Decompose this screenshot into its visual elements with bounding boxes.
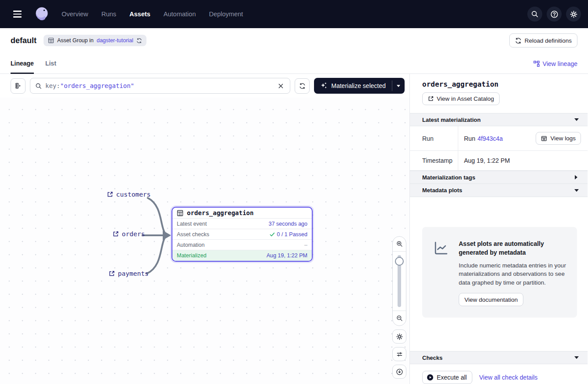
node-row-materialized: Materialized Aug 19, 1:22 PM bbox=[172, 250, 312, 261]
node-row-label: Automation bbox=[177, 242, 205, 248]
chart-line-icon bbox=[433, 240, 449, 306]
upstream-asset-payments[interactable]: payments bbox=[109, 270, 149, 277]
play-circle-icon bbox=[427, 374, 434, 381]
asset-search-input[interactable]: key:"orders_aggregation" bbox=[30, 78, 290, 94]
node-row-value: Aug 19, 1:22 PM bbox=[267, 252, 307, 259]
node-row-automation: Automation – bbox=[172, 240, 312, 250]
caret-down-icon bbox=[397, 85, 400, 89]
lineage-canvas[interactable]: customers orders payments bbox=[0, 98, 409, 384]
section-checks[interactable]: Checks bbox=[410, 351, 588, 364]
search-input-icon bbox=[35, 83, 42, 89]
page-title: default bbox=[11, 36, 37, 45]
tabs-row: Lineage List View lineage bbox=[0, 53, 588, 74]
zoom-slider[interactable] bbox=[393, 252, 406, 311]
gear-icon[interactable] bbox=[566, 7, 581, 22]
node-row-label: Asset checks bbox=[177, 231, 209, 238]
materialize-selected-button[interactable]: Materialize selected bbox=[314, 78, 392, 94]
view-logs-label: View logs bbox=[550, 135, 576, 142]
asset-node-title: orders_aggregation bbox=[187, 209, 254, 216]
chevron-down-icon bbox=[574, 356, 579, 361]
checks-actions-row: Execute all View all check details bbox=[410, 364, 588, 384]
asset-detail-sidebar: orders_aggregation View in Asset Catalog… bbox=[410, 74, 588, 384]
table-icon bbox=[177, 210, 183, 216]
upstream-asset-customers[interactable]: customers bbox=[107, 191, 151, 198]
zoom-out-icon[interactable] bbox=[393, 311, 406, 325]
reload-definitions-button[interactable]: Reload definitions bbox=[509, 33, 577, 48]
view-all-check-details-link[interactable]: View all check details bbox=[479, 374, 537, 381]
external-link-icon bbox=[428, 96, 434, 102]
search-query-value: "orders_aggregation" bbox=[60, 82, 135, 89]
help-icon[interactable] bbox=[547, 7, 562, 22]
external-link-icon bbox=[109, 271, 115, 277]
refresh-graph-button[interactable] bbox=[295, 78, 310, 94]
timestamp-value: Aug 19, 1:22 PM bbox=[458, 157, 588, 164]
search-icon[interactable] bbox=[527, 7, 542, 22]
metadata-plots-card: Asset plots are automatically generated … bbox=[422, 227, 577, 318]
badge-text: Asset Group in bbox=[57, 37, 94, 44]
tab-list[interactable]: List bbox=[45, 60, 56, 74]
materialize-options-dropdown[interactable] bbox=[392, 78, 405, 94]
search-query-prefix: key: bbox=[45, 82, 60, 89]
hamburger-icon[interactable] bbox=[10, 6, 26, 22]
chevron-right-icon bbox=[575, 175, 580, 179]
view-lineage-link[interactable]: View lineage bbox=[533, 60, 577, 73]
upstream-asset-label: payments bbox=[118, 270, 149, 277]
metadata-plots-body: Asset plots are automatically generated … bbox=[410, 197, 588, 318]
materialize-selected-split-button: Materialize selected bbox=[314, 78, 405, 94]
upstream-asset-orders[interactable]: orders bbox=[113, 230, 145, 238]
run-id-link[interactable]: 4f943c4a bbox=[478, 135, 503, 142]
plots-card-title: Asset plots are automatically generated … bbox=[459, 239, 568, 257]
node-row-label: Materialized bbox=[177, 252, 206, 259]
graph-filters-icon[interactable] bbox=[392, 347, 406, 361]
asset-node-orders-aggregation[interactable]: orders_aggregation Latest event 37 secon… bbox=[172, 207, 313, 262]
node-row-value: – bbox=[304, 242, 307, 248]
check-icon bbox=[270, 232, 275, 237]
execute-all-button[interactable]: Execute all bbox=[422, 371, 472, 384]
run-row: Run Run 4f943c4a View logs bbox=[410, 126, 588, 151]
node-row-asset-checks: Asset checks 0 / 1 Passed bbox=[172, 229, 312, 240]
run-value-prefix: Run bbox=[464, 135, 475, 142]
external-link-icon bbox=[113, 231, 119, 237]
view-in-asset-catalog-label: View in Asset Catalog bbox=[437, 95, 494, 102]
node-row-value: 37 seconds ago bbox=[269, 221, 307, 227]
run-row-label: Run bbox=[410, 126, 458, 150]
graph-toolbar: key:"orders_aggregation" Materialize sel… bbox=[0, 74, 409, 98]
sparkle-icon bbox=[320, 82, 327, 89]
asset-group-grid-icon bbox=[48, 37, 54, 44]
section-heading: Checks bbox=[422, 355, 442, 361]
view-in-asset-catalog-button[interactable]: View in Asset Catalog bbox=[422, 92, 500, 105]
chevron-down-icon bbox=[574, 118, 579, 123]
nav-links: Overview Runs Assets Automation Deployme… bbox=[62, 11, 243, 18]
reload-icon bbox=[515, 37, 522, 44]
nav-item-overview[interactable]: Overview bbox=[62, 11, 88, 18]
section-latest-materialization[interactable]: Latest materialization bbox=[410, 113, 588, 126]
section-heading: Materialization tags bbox=[422, 174, 475, 181]
view-logs-button[interactable]: View logs bbox=[536, 132, 581, 145]
refresh-badge-icon[interactable] bbox=[136, 38, 142, 44]
nav-item-assets[interactable]: Assets bbox=[129, 11, 150, 18]
nav-item-deployment[interactable]: Deployment bbox=[209, 11, 243, 18]
upstream-asset-label: orders bbox=[122, 230, 145, 238]
nav-item-automation[interactable]: Automation bbox=[164, 11, 196, 18]
upstream-asset-label: customers bbox=[116, 191, 151, 198]
recenter-graph-icon[interactable] bbox=[392, 365, 406, 379]
section-metadata-plots[interactable]: Metadata plots bbox=[410, 184, 588, 197]
plots-card-body: Include numeric metadata entries in your… bbox=[459, 261, 568, 287]
repo-link[interactable]: dagster-tutorial bbox=[97, 37, 133, 44]
graph-settings-gear-icon[interactable] bbox=[392, 329, 406, 344]
view-lineage-label: View lineage bbox=[543, 60, 577, 67]
toggle-side-panel-button[interactable] bbox=[11, 78, 26, 94]
clear-search-icon[interactable] bbox=[274, 79, 287, 92]
nav-item-runs[interactable]: Runs bbox=[101, 11, 116, 18]
reload-definitions-label: Reload definitions bbox=[525, 37, 572, 44]
zoom-in-icon[interactable] bbox=[393, 237, 406, 252]
asset-node-header: orders_aggregation bbox=[172, 208, 312, 219]
execute-all-label: Execute all bbox=[437, 374, 467, 381]
zoom-slider-knob[interactable] bbox=[395, 257, 404, 266]
tab-lineage[interactable]: Lineage bbox=[11, 60, 34, 74]
section-materialization-tags[interactable]: Materialization tags bbox=[410, 171, 588, 184]
dagster-logo[interactable] bbox=[33, 6, 50, 22]
timestamp-row: Timestamp Aug 19, 1:22 PM bbox=[410, 151, 588, 171]
node-row-latest-event: Latest event 37 seconds ago bbox=[172, 219, 312, 229]
view-documentation-button[interactable]: View documentation bbox=[459, 293, 523, 306]
